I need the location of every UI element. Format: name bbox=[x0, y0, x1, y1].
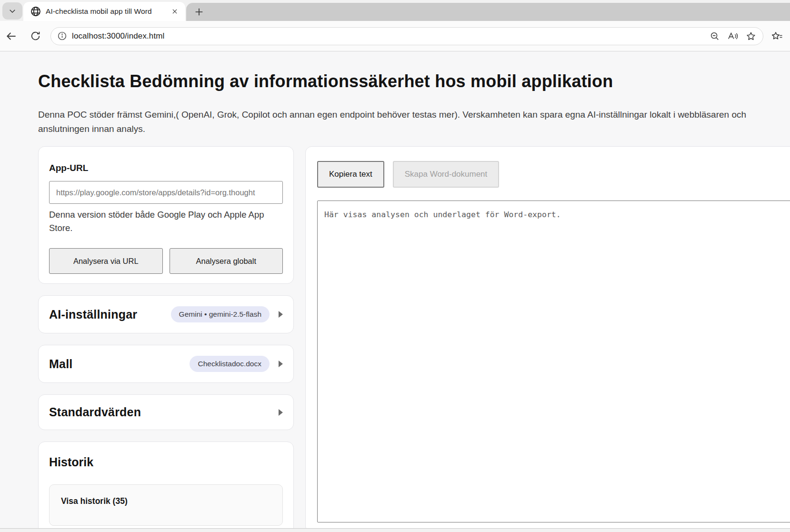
template-badge[interactable]: Checklistadoc.docx bbox=[190, 356, 270, 372]
favorites-bar-icon[interactable] bbox=[771, 30, 783, 42]
template-title: Mall bbox=[49, 357, 72, 371]
star-icon[interactable] bbox=[746, 31, 756, 41]
disclosure-triangle-icon[interactable] bbox=[279, 311, 283, 318]
globe-icon bbox=[30, 6, 41, 17]
read-aloud-icon[interactable] bbox=[727, 31, 739, 41]
close-icon[interactable] bbox=[169, 6, 180, 17]
address-bar[interactable]: localhost:3000/index.html bbox=[50, 27, 763, 45]
back-button[interactable] bbox=[3, 28, 20, 45]
browser-tab[interactable]: AI-checklista mobil app till Word bbox=[23, 2, 185, 21]
tab-search-button[interactable] bbox=[2, 2, 22, 20]
intro-paragraph: Denna POC stöder främst Gemini,( OpenAI,… bbox=[38, 108, 790, 136]
history-title: Historik bbox=[49, 455, 283, 469]
show-history-button[interactable]: Visa historik (35) bbox=[49, 484, 283, 526]
intro-line-1: Denna POC stöder främst Gemini,( OpenAI,… bbox=[38, 108, 790, 122]
defaults-title: Standardvärden bbox=[49, 405, 141, 419]
disclosure-triangle-icon[interactable] bbox=[279, 409, 283, 416]
horizontal-scrollbar[interactable] bbox=[0, 528, 790, 532]
copy-text-button[interactable]: Kopiera text bbox=[317, 161, 384, 188]
info-icon[interactable] bbox=[57, 31, 67, 41]
defaults-card[interactable]: Standardvärden bbox=[38, 394, 294, 430]
analyze-global-button[interactable]: Analysera globalt bbox=[170, 248, 283, 274]
ai-settings-card[interactable]: AI-inställningar Gemini • gemini-2.5-fla… bbox=[38, 295, 294, 333]
create-word-document-button: Skapa Word-dokument bbox=[393, 161, 500, 188]
url-text[interactable]: localhost:3000/index.html bbox=[72, 31, 164, 41]
back-icon bbox=[5, 30, 18, 42]
zoom-out-icon[interactable] bbox=[710, 31, 720, 41]
tabstrip-empty-area bbox=[186, 3, 790, 21]
output-card: Kopiera text Skapa Word-dokument bbox=[305, 146, 790, 532]
app-url-label: App-URL bbox=[49, 163, 283, 173]
analyze-url-button[interactable]: Analysera via URL bbox=[49, 248, 163, 274]
page-title: Checklista Bedömning av informationssäke… bbox=[38, 71, 790, 91]
browser-toolbar: localhost:3000/index.html bbox=[0, 21, 790, 51]
disclosure-triangle-icon[interactable] bbox=[279, 361, 283, 367]
chevron-down-icon bbox=[8, 7, 17, 15]
app-url-helper-text: Denna version stöder både Google Play oc… bbox=[49, 208, 283, 235]
plus-icon bbox=[194, 7, 204, 17]
app-url-input[interactable] bbox=[49, 181, 283, 204]
left-column: App-URL Denna version stöder både Google… bbox=[38, 146, 294, 532]
history-card: Historik Visa historik (35) bbox=[38, 442, 294, 532]
new-tab-button[interactable] bbox=[192, 5, 206, 19]
app-url-card: App-URL Denna version stöder både Google… bbox=[38, 146, 294, 284]
ai-settings-badge[interactable]: Gemini • gemini-2.5-flash bbox=[171, 306, 270, 322]
intro-line-2: anslutningen innan analys. bbox=[38, 122, 790, 136]
page-content: Checklista Bedömning av informationssäke… bbox=[0, 51, 790, 532]
ai-settings-title: AI-inställningar bbox=[49, 308, 137, 321]
refresh-icon bbox=[30, 30, 41, 42]
refresh-button[interactable] bbox=[27, 28, 44, 45]
show-history-label: Visa historik (35) bbox=[61, 496, 271, 506]
template-card[interactable]: Mall Checklistadoc.docx bbox=[38, 345, 294, 383]
tab-title: AI-checklista mobil app till Word bbox=[46, 7, 169, 16]
analysis-output-textarea[interactable] bbox=[317, 201, 790, 522]
tab-strip: AI-checklista mobil app till Word bbox=[0, 0, 790, 21]
